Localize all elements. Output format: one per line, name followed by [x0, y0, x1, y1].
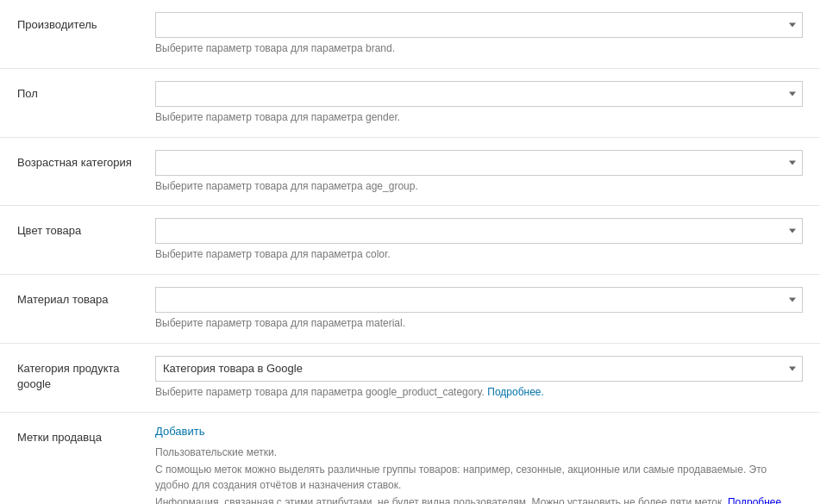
color-hint: Выберите параметр товара для параметра c…	[155, 247, 803, 262]
age-group-select-wrapper	[155, 150, 803, 176]
material-hint: Выберите параметр товара для параметра m…	[155, 316, 803, 331]
color-select[interactable]	[155, 218, 803, 244]
material-select-wrapper	[155, 287, 803, 313]
color-select-wrapper	[155, 218, 803, 244]
add-tag-link[interactable]: Добавить	[155, 425, 803, 438]
color-row: Цвет товара Выберите параметр товара для…	[0, 206, 820, 275]
seller-tags-label: Метки продавца	[17, 425, 155, 445]
seller-tags-note-2: С помощью меток можно выделять различные…	[155, 462, 803, 493]
gender-select-wrapper	[155, 81, 803, 107]
seller-tags-note-3: Информация, связанная с этими атрибутами…	[155, 495, 803, 504]
seller-tags-note-1: Пользовательские метки.	[155, 445, 803, 460]
manufacturer-select-wrapper	[155, 12, 803, 38]
manufacturer-row: Производитель Выберите параметр товара д…	[0, 0, 820, 69]
age-group-row: Возрастная категория Выберите параметр т…	[0, 138, 820, 207]
material-content: Выберите параметр товара для параметра m…	[155, 287, 803, 331]
age-group-label: Возрастная категория	[17, 150, 155, 171]
material-select[interactable]	[155, 287, 803, 313]
google-category-select[interactable]: Категория товара в Google	[155, 356, 803, 382]
gender-row: Пол Выберите параметр товара для парамет…	[0, 69, 820, 138]
gender-select[interactable]	[155, 81, 803, 107]
manufacturer-label: Производитель	[17, 12, 155, 33]
settings-form: Производитель Выберите параметр товара д…	[0, 0, 820, 504]
age-group-select[interactable]	[155, 150, 803, 176]
seller-tags-more-link[interactable]: Подробнее.	[728, 496, 785, 504]
google-category-hint: Выберите параметр товара для параметра g…	[155, 385, 803, 400]
gender-content: Выберите параметр товара для параметра g…	[155, 81, 803, 125]
seller-tags-row: Метки продавца Добавить Пользовательские…	[0, 413, 820, 504]
material-row: Материал товара Выберите параметр товара…	[0, 275, 820, 344]
manufacturer-select[interactable]	[155, 12, 803, 38]
manufacturer-content: Выберите параметр товара для параметра b…	[155, 12, 803, 56]
material-label: Материал товара	[17, 287, 155, 308]
color-content: Выберите параметр товара для параметра c…	[155, 218, 803, 262]
manufacturer-hint: Выберите параметр товара для параметра b…	[155, 41, 803, 56]
seller-tags-notes: Пользовательские метки. С помощью меток …	[155, 445, 803, 504]
google-category-label: Категория продукта google	[17, 356, 155, 392]
age-group-content: Выберите параметр товара для параметра a…	[155, 150, 803, 194]
color-label: Цвет товара	[17, 218, 155, 239]
google-category-select-wrapper: Категория товара в Google	[155, 356, 803, 382]
age-group-hint: Выберите параметр товара для параметра a…	[155, 179, 803, 194]
google-category-row: Категория продукта google Категория това…	[0, 344, 820, 413]
google-category-content: Категория товара в Google Выберите парам…	[155, 356, 803, 400]
seller-tags-content: Добавить Пользовательские метки. С помощ…	[155, 425, 803, 504]
google-category-more-link[interactable]: Подробнее.	[487, 386, 544, 398]
gender-hint: Выберите параметр товара для параметра g…	[155, 110, 803, 125]
gender-label: Пол	[17, 81, 155, 102]
